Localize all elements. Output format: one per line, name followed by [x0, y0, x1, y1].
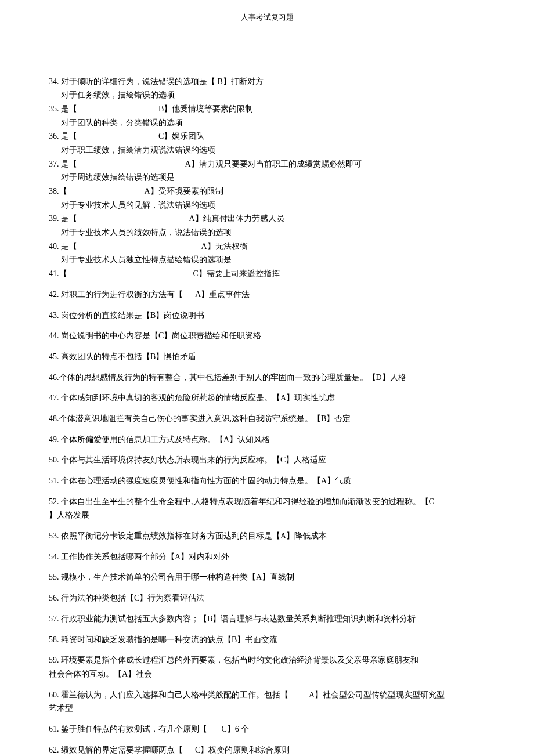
question-34-line1: 34. 对于倾听的详细行为，说法错误的选项是【 B】打断对方 [49, 75, 490, 88]
question-49: 49. 个体所偏爱使用的信息加工方式及特点称。【A】认知风格 [49, 433, 490, 446]
question-42: 42. 对职工的行为进行权衡的方法有【 A】重点事件法 [49, 288, 490, 301]
question-62: 62. 绩效见解的界定需要掌握哪两点【 C】权变的原则和综合原则 [49, 744, 490, 756]
question-40-line2: 对于专业技术人员独立性特点描绘错误的选项是 [49, 254, 490, 266]
question-59-line2: 社会合体的互动。【A】社会 [49, 668, 490, 681]
question-52-line1: 52. 个体自出生至平生的整个生命全程中,人格特点表现随着年纪和习得经验的增加而… [49, 495, 490, 508]
question-56: 56. 行为法的种类包括【C】行为察看评估法 [49, 592, 490, 605]
question-39-line2: 对于专业技术人员的绩效特点，说法错误的选项 [49, 226, 490, 239]
question-46: 46.个体的思想感情及行为的特有整合，其中包括差别于别人的牢固而一致的心理质量是… [49, 371, 490, 384]
question-45: 45. 高效团队的特点不包括【B】惧怕矛盾 [49, 350, 490, 363]
question-36-line1: 36. 是【 C】娱乐团队 [49, 130, 490, 143]
question-37-line2: 对于周边绩效描绘错误的选项是 [49, 171, 490, 184]
question-43: 43. 岗位分析的直接结果是【B】岗位说明书 [49, 309, 490, 322]
question-61: 61. 鉴于胜任特点的有效测试，有几个原则【 C】6 个 [49, 723, 490, 736]
question-37-line1: 37. 是【 A】潜力观只要要对当前职工的成绩赏赐必然即可 [49, 158, 490, 171]
question-41: 41.【 C】需要上司来遥控指挥 [49, 267, 490, 280]
page-header: 人事考试复习题 [0, 0, 534, 23]
question-51: 51. 个体在心理活动的强度速度灵便性和指向性方面的牢固的动力特点是。【A】气质 [49, 475, 490, 487]
question-36-line2: 对于职工绩效，描绘潜力观说法错误的选项 [49, 144, 490, 157]
document-content: 34. 对于倾听的详细行为，说法错误的选项是【 B】打断对方 对于任务绩效，描绘… [0, 23, 534, 757]
question-34-line2: 对于任务绩效，描绘错误的选项 [49, 89, 490, 102]
question-38-line1: 38.【 A】受环境要素的限制 [49, 185, 490, 198]
question-55: 55. 规模小，生产技术简单的公司合用于哪一种构造种类【A】直线制 [49, 571, 490, 584]
question-40-line1: 40. 是【 A】无法权衡 [49, 240, 490, 253]
question-52-line2: 】人格发展 [49, 509, 490, 522]
question-35-line2: 对于团队的种类，分类错误的选项 [49, 117, 490, 129]
question-50: 50. 个体与其生活环境保持友好状态所表现出来的行为反应称。【C】人格适应 [49, 454, 490, 466]
question-35-line1: 35. 是【 B】他受情境等要素的限制 [49, 103, 490, 115]
question-53: 53. 依照平衡记分卡设定重点绩效指标在财务方面达到的目标是【A】降低成本 [49, 530, 490, 542]
question-47: 47. 个体感知到环境中真切的客观的危险所惹起的情绪反应是。【A】现实性忧虑 [49, 392, 490, 404]
question-48: 48.个体潜意识地阻拦有关自己伤心的事实进入意识,这种自我防守系统是。【B】否定 [49, 413, 490, 425]
question-59-line1: 59. 环境要素是指个体成长过程汇总的外面要素，包括当时的文化政治经济背景以及父… [49, 654, 490, 667]
question-58: 58. 耗资时间和缺乏发聩指的是哪一种交流的缺点【B】书面交流 [49, 634, 490, 646]
question-57: 57. 行政职业能力测试包括五大多数内容；【B】语言理解与表达数量关系判断推理知… [49, 613, 490, 625]
question-38-line2: 对于专业技术人员的见解，说法错误的选项 [49, 199, 490, 212]
question-54: 54. 工作协作关系包括哪两个部分【A】对内和对外 [49, 551, 490, 563]
question-60-line2: 艺术型 [49, 702, 490, 715]
question-44: 44. 岗位说明书的中心内容是【C】岗位职责描绘和任职资格 [49, 330, 490, 342]
question-39-line1: 39. 是【 A】纯真付出体力劳感人员 [49, 212, 490, 225]
question-60-line1: 60. 霍兰德认为，人们应入选择和自己人格种类般配的工作。包括【 A】社会型公司… [49, 689, 490, 701]
